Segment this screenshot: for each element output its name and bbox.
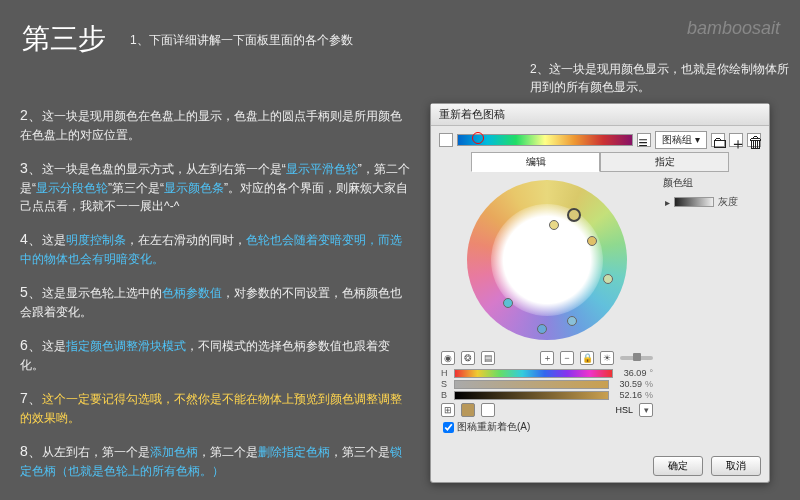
color-handle[interactable] xyxy=(603,274,613,284)
expand-icon[interactable]: ▸ xyxy=(665,197,670,208)
delete-group-icon[interactable]: 🗑 xyxy=(747,133,761,147)
color-handle-active[interactable] xyxy=(567,208,581,222)
swatch-a-icon[interactable] xyxy=(461,403,475,417)
hsb-sliders: H36.09°S30.59%B52.16% xyxy=(441,368,653,400)
base-color-swatch[interactable] xyxy=(439,133,453,147)
color-groups-panel: 颜色组 ▸ 灰度 xyxy=(663,176,763,437)
current-colors-bar: ≡ 图稿组 ▾ 🗀 ＋ 🗑 xyxy=(439,132,761,148)
group-swatch xyxy=(674,197,714,207)
annotation-top-2: 2、这一块是现用颜色显示，也就是你绘制物体所用到的所有颜色显示。 xyxy=(530,60,800,96)
lock-handle-icon[interactable]: 🔒 xyxy=(580,351,594,365)
hsb-bar[interactable] xyxy=(454,391,609,400)
smooth-wheel-icon[interactable]: ◉ xyxy=(441,351,455,365)
watermark: bamboosait xyxy=(687,18,780,39)
remove-handle-icon[interactable]: − xyxy=(560,351,574,365)
swatch-b-icon[interactable] xyxy=(481,403,495,417)
slider-mode-menu-icon[interactable]: ▾ xyxy=(639,403,653,417)
color-mode-icon[interactable]: ⊞ xyxy=(441,403,455,417)
annotations-list: 2、这一块是现用颜色在色盘上的显示，色盘上的圆点手柄则是所用颜色在色盘上的对应位… xyxy=(20,105,410,494)
brightness-slider[interactable] xyxy=(620,356,653,360)
menu-icon[interactable]: ≡ xyxy=(637,133,651,147)
recolor-checkbox[interactable]: 图稿重新着色(A) xyxy=(443,420,651,434)
recolor-artwork-panel: 重新着色图稿 ≡ 图稿组 ▾ 🗀 ＋ 🗑 编辑 指定 ◉ ❂ xyxy=(430,103,770,483)
color-bars-icon[interactable]: ▤ xyxy=(481,351,495,365)
hsb-bar[interactable] xyxy=(454,380,609,389)
ok-button[interactable]: 确定 xyxy=(653,456,703,476)
cancel-button[interactable]: 取消 xyxy=(711,456,761,476)
new-group-icon[interactable]: ＋ xyxy=(729,133,743,147)
color-wheel-area[interactable] xyxy=(447,178,647,348)
color-groups-header: 颜色组 xyxy=(663,176,763,190)
segmented-wheel-icon[interactable]: ❂ xyxy=(461,351,475,365)
tab-assign[interactable]: 指定 xyxy=(600,152,729,172)
slider-mode-label[interactable]: HSL xyxy=(615,405,633,415)
tab-edit[interactable]: 编辑 xyxy=(471,152,600,172)
recolor-checkbox-input[interactable] xyxy=(443,422,454,433)
color-handle[interactable] xyxy=(503,298,513,308)
intro-text: 1、下面详细讲解一下面板里面的各个参数 xyxy=(130,32,353,49)
brightness-icon: ☀ xyxy=(600,351,614,365)
save-group-icon[interactable]: 🗀 xyxy=(711,133,725,147)
panel-title: 重新着色图稿 xyxy=(431,104,769,126)
color-handle[interactable] xyxy=(549,220,559,230)
color-group-item[interactable]: ▸ 灰度 xyxy=(663,193,763,211)
color-wheel[interactable] xyxy=(467,180,627,340)
color-handle[interactable] xyxy=(567,316,577,326)
color-handle[interactable] xyxy=(587,236,597,246)
step-title: 第三步 xyxy=(22,20,106,58)
color-handle[interactable] xyxy=(537,324,547,334)
color-gradient-bar[interactable] xyxy=(457,134,633,146)
hsb-bar[interactable] xyxy=(454,369,613,378)
add-handle-icon[interactable]: ＋ xyxy=(540,351,554,365)
artwork-group-dropdown[interactable]: 图稿组 ▾ xyxy=(655,131,707,149)
mode-tabs: 编辑 指定 xyxy=(471,152,729,172)
